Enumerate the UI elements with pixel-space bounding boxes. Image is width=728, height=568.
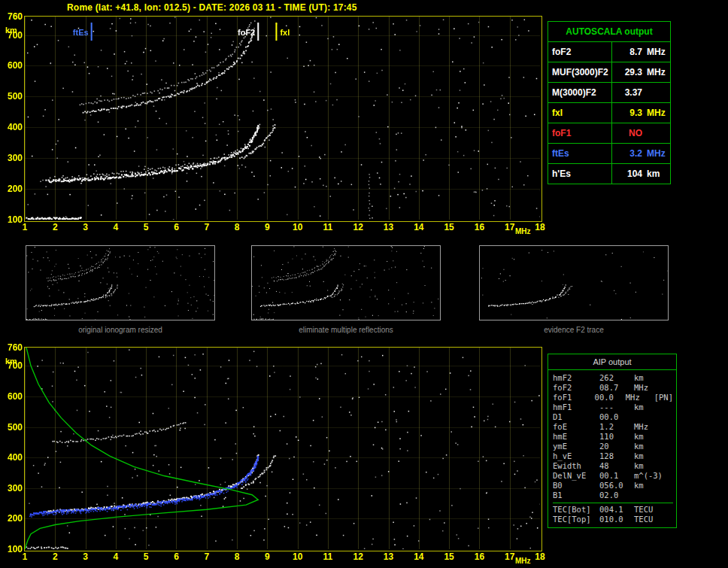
aip-row: hmF1---km [553,402,673,412]
aip-row-unit: km [634,373,673,383]
aip-row: ymE20km [553,442,673,451]
autoscala-row-value: 3.2MHz [612,144,670,163]
autoscala-output-title: AUTOSCALA output [548,22,670,42]
aip-row: B0056.0km [553,481,673,491]
autoscala-row-value: 104km [612,164,670,184]
x-axis-tick-label: 5 [137,223,155,232]
aip-row-label: TEC[Top] [553,515,599,524]
autoscala-row: M(3000)F23.37 [548,83,670,103]
y-axis-tick-label: 760 [2,12,23,21]
y-axis-tick-label: 200 [2,184,23,193]
autoscala-row-label: fxI [548,103,612,123]
aip-row-unit [634,412,673,422]
autoscala-row-label: M(3000)F2 [548,83,612,102]
aip-row-unit: km [634,402,673,412]
aip-row-value: 004.1 [599,505,634,515]
y-axis-unit-label: km [5,26,17,35]
aip-row: foF100.0MHz [PN] [553,393,673,402]
y-axis-tick-label: 400 [2,123,23,132]
aip-row-unit: km [634,451,673,461]
autoscala-unit: MHz [647,42,666,62]
aip-output-table: AIP output hmF2262kmfoF208.7MHzfoF100.0M… [548,354,677,528]
aip-row-value: 00.0 [599,412,634,422]
x-axis-tick-label: 13 [380,552,398,561]
x-axis-tick-label: 3 [77,552,95,561]
autoscala-row: ftEs3.2MHz [548,144,670,164]
x-axis-tick-label: 7 [198,223,216,232]
aip-row-value: 00.0 [595,393,626,402]
x-axis-tick-label: 8 [228,552,246,561]
aip-row-value: 010.0 [599,515,634,524]
autoscala-value: 104 [612,164,642,184]
x-axis-tick-label: 11 [319,223,337,232]
aip-row-value: 1.2 [599,422,634,432]
autoscala-unit: km [647,164,660,184]
y-axis-tick-label: 600 [2,392,23,401]
aip-row: foF208.7MHz [553,383,673,393]
aip-row-unit: TECU [634,515,673,524]
y-axis-unit-label: km [5,357,17,366]
y-axis-tick-label: 500 [2,92,23,101]
x-axis-tick-label: 9 [258,223,276,232]
aip-row-label: DelN_vE [553,471,599,481]
profile-ionogram-plot [24,347,542,551]
aip-row-label: B1 [553,491,599,500]
aip-row-value: 02.0 [599,491,634,500]
aip-row: TEC[Bot]004.1TECU [553,505,673,515]
autoscala-row-value: NO [612,123,670,143]
thumbnail-evidence-f2 [479,245,669,320]
aip-row-label: Ewidth [553,461,599,471]
aip-row-label: foE [553,422,599,432]
aip-row-label: TEC[Bot] [553,505,599,515]
aip-row-label: hmE [553,432,599,442]
aip-row-unit: MHz [PN] [626,393,673,402]
thumbnail-caption-original: original ionogram resized [26,326,215,334]
x-axis-tick-label: 6 [167,552,185,561]
autoscala-row-label: foF1 [548,123,612,143]
aip-row: foE1.2MHz [553,422,673,432]
autoscala-row-value: 8.7MHz [612,42,670,62]
thumbnail-original-ionogram [26,245,215,320]
aip-row-label: hmF2 [553,373,599,383]
x-axis-tick-label: 5 [137,552,155,561]
aip-row-unit [634,491,673,500]
thumbnail-eliminate-reflections [251,245,441,320]
y-axis-tick-label: 400 [2,453,23,462]
autoscala-row: h'Es104km [548,164,670,184]
y-axis-tick-label: 200 [2,514,23,523]
aip-row-label: ymE [553,442,599,451]
marker-label-fxi: fxI [280,29,290,37]
aip-output-title: AIP output [548,354,676,370]
aip-row: B102.0 [553,491,673,500]
aip-row: Ewidth48km [553,461,673,471]
autoscala-output-rows: foF28.7MHzMUF(3000)F229.3MHzM(3000)F23.3… [548,42,670,184]
aip-row-value: --- [599,402,634,412]
y-axis-tick-label: 300 [2,153,23,163]
thumbnail-caption-evidence: evidence F2 trace [479,326,669,334]
autoscala-row: foF28.7MHz [548,42,670,62]
aip-row: D100.0 [553,412,673,422]
x-axis-tick-label: 16 [470,552,488,561]
autoscala-row-value: 3.37 [612,83,670,102]
autoscala-unit: MHz [647,62,666,82]
x-axis-tick-label: 8 [228,223,246,232]
aip-row: hmE110km [553,432,673,442]
thumbnail-evidence-f2-canvas [480,246,668,320]
autoscala-row-value: 29.3MHz [612,62,670,82]
x-axis-tick-label: 16 [470,223,488,232]
y-axis-tick-label: 760 [2,343,23,352]
aip-row-unit: km [634,461,673,471]
aip-separator [553,503,673,503]
x-axis-tick-label: 1 [16,223,34,232]
aip-row-label: hmF1 [553,402,599,412]
x-axis-tick-label: 18 [531,223,549,232]
y-axis-tick-label: 300 [2,484,23,493]
aip-row-unit: km [634,481,673,491]
autoscala-window: Rome (lat: +41.8, lon: 012.5) - DATE: 20… [0,0,728,568]
x-axis-tick-label: 15 [440,552,458,561]
scaled-ionogram-canvas [25,17,540,220]
x-axis-tick-label: 10 [289,223,307,232]
aip-row-unit: km [634,442,673,451]
x-axis-tick-label: 15 [440,223,458,232]
x-axis-tick-label: 2 [46,223,64,232]
